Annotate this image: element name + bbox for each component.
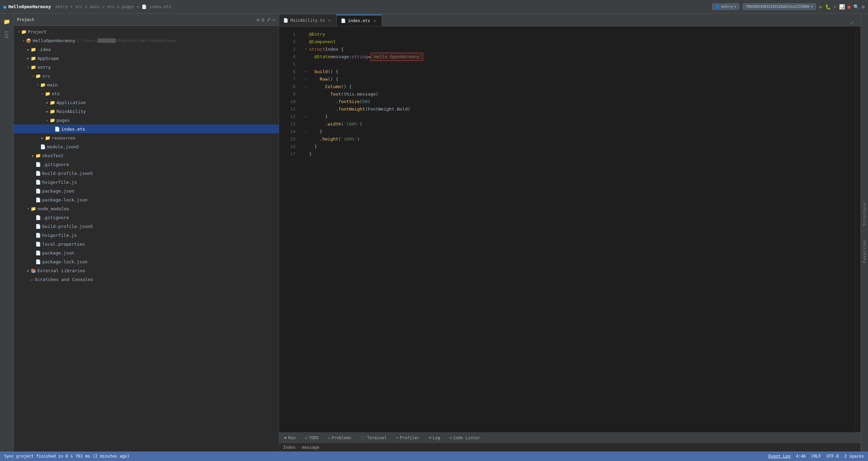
tree-item-scratches[interactable]: ✏ Scratches and Consoles <box>14 275 279 284</box>
tab-index-ets[interactable]: 📄 index.ets ✕ <box>337 15 382 26</box>
favorites-label[interactable]: Favorites <box>862 240 867 263</box>
todo-tab-icon: ☑ <box>305 435 307 440</box>
git-icon: GIT <box>4 31 9 38</box>
tree-item-pages[interactable]: ▾ 📁 pages <box>14 116 279 125</box>
tab-mainability[interactable]: 📄 MainAbility.ts ✕ <box>279 15 337 26</box>
tree-item-node-modules[interactable]: ▾ 📁 node_modules <box>14 204 279 213</box>
breadcrumb-message[interactable]: message <box>302 445 319 450</box>
tree-item-build-profile-root[interactable]: 📄 build-profile.json5 <box>14 222 279 231</box>
main-label: main <box>47 82 58 87</box>
main-layout: 📁 GIT Project ⚙ ≡ ⤢ — ▾ 📁 Project <box>0 14 868 451</box>
bottom-tab-run[interactable]: ▶ Run <box>283 435 298 441</box>
package-lock-root-icon: 📄 <box>35 259 41 264</box>
todo-tab-label: TODO <box>309 435 319 440</box>
tree-item-root[interactable]: ▾ 📦 HelloOpenHarmony C:\Users\████████\D… <box>14 36 279 45</box>
fold-12: ▾ <box>302 113 309 120</box>
idea-label: .idea <box>37 47 51 52</box>
hvigorfile-root-icon: 📄 <box>35 233 41 238</box>
ohostest-folder-icon: 📁 <box>35 153 41 158</box>
codelinter-tab-label: Code Linter <box>453 435 480 440</box>
code-line-13: .width('100%') <box>302 120 856 128</box>
tree-item-package-json-root[interactable]: 📄 package.json <box>14 248 279 257</box>
tree-item-resources[interactable]: ▶ 📁 resources <box>14 133 279 142</box>
profile-button[interactable]: 📊 <box>839 4 845 10</box>
settings-button[interactable]: ⚙ <box>862 4 865 10</box>
sidebar-item-project[interactable]: 📁 <box>1 15 13 28</box>
status-indent[interactable]: 2 spaces <box>844 454 864 459</box>
editor-area: 📄 MainAbility.ts ✕ 📄 index.ets ✕ ✓ 1 2 3… <box>279 14 861 451</box>
bottom-tab-problems[interactable]: ⚠ Problems <box>326 435 353 441</box>
tree-item-application[interactable]: ▶ 📁 Application <box>14 98 279 107</box>
package-json-root-label: package.json <box>42 250 74 256</box>
status-charset[interactable]: UTF-8 <box>826 454 839 459</box>
toolbar-icons: ▶ 🐛 ⚡ 📊 ■ 🔍 ⚙ <box>819 4 865 10</box>
tree-item-package-lock-entry[interactable]: 📄 package-lock.json <box>14 195 279 204</box>
root-path: C:\Users\████████\Downloads\HelloOpenHar… <box>77 38 176 43</box>
structure-label[interactable]: Structure <box>862 202 867 226</box>
gitignore-entry-label: .gitignore <box>42 162 69 167</box>
app-icon: ● <box>3 4 6 10</box>
tree-item-module-json5[interactable]: 📄 module.json5 <box>14 142 279 151</box>
status-crlf[interactable]: CRLF <box>811 454 821 459</box>
chevron-down-icon: ▾ <box>811 4 813 9</box>
minimize-icon[interactable]: — <box>273 17 275 22</box>
code-line-5 <box>302 61 856 68</box>
hvigorfile-entry-label: hvigorfile.js <box>42 180 77 185</box>
stop-button[interactable]: ■ <box>848 4 850 10</box>
bottom-tab-terminal[interactable]: ⬛ Terminal <box>359 435 389 441</box>
bottom-tab-todo[interactable]: ☑ TODO <box>303 435 321 441</box>
editor-scrollbar[interactable] <box>856 27 861 432</box>
package-json-root-icon: 📄 <box>35 250 41 256</box>
tree-item-entry[interactable]: ▾ 📁 entry <box>14 63 279 71</box>
bottom-tab-log[interactable]: ≡ Log <box>427 435 442 441</box>
bottom-tab-codelinter[interactable]: ◇ Code Linter <box>448 435 482 441</box>
tree-item-src[interactable]: ▾ 📁 src <box>14 71 279 80</box>
breadcrumb-sep: › <box>298 445 300 450</box>
tree-item-main[interactable]: ▾ 📁 main <box>14 80 279 89</box>
tree-item-hvigorfile-entry[interactable]: 📄 hvigorfile.js <box>14 178 279 186</box>
tree-item-gitignore-root[interactable]: 📄 .gitignore <box>14 213 279 222</box>
profiler-tab-icon: ✕ <box>396 435 399 440</box>
tree-item-local-properties[interactable]: 📄 local.properties <box>14 240 279 248</box>
tree-item-ets[interactable]: ▾ 📁 ets <box>14 89 279 98</box>
terminal-tab-label: Terminal <box>367 435 387 440</box>
tree-item-ohostest[interactable]: ▶ 📁 ohosTest <box>14 151 279 160</box>
run-tab-label: Run <box>288 435 296 440</box>
run-config-selector[interactable]: 👤 entry ▾ <box>712 3 739 10</box>
tree-item-project[interactable]: ▾ 📁 Project <box>14 27 279 36</box>
tree-item-gitignore-entry[interactable]: 📄 .gitignore <box>14 160 279 169</box>
settings-icon[interactable]: ⚙ <box>257 17 259 22</box>
device-selector[interactable]: 700100545832393328a013ce2323800 ▾ <box>743 3 816 10</box>
run-button[interactable]: ▶ <box>819 4 822 10</box>
tree-item-idea[interactable]: ▶ 📁 .idea <box>14 45 279 54</box>
tree-item-appscope[interactable]: ▶ 📁 AppScope <box>14 54 279 63</box>
tree-item-hvigorfile-root[interactable]: 📄 hvigorfile.js <box>14 231 279 240</box>
pages-folder-icon: 📁 <box>50 118 55 123</box>
bottom-tab-profiler[interactable]: ✕ Profiler <box>394 435 421 441</box>
tree-item-mainability[interactable]: ▶ 📁 MainAbility <box>14 107 279 116</box>
search-button[interactable]: 🔍 <box>853 4 859 10</box>
tree-item-package-lock-root[interactable]: 📄 package-lock.json <box>14 257 279 266</box>
code-content[interactable]: @Entry @Component ▾ struct Index { <box>300 27 856 432</box>
tree-item-build-profile-entry[interactable]: 📄 build-profile.json5 <box>14 169 279 178</box>
folder-icon: 📁 <box>3 18 10 25</box>
event-log-link[interactable]: Event Log <box>768 454 790 459</box>
tab-mainability-close[interactable]: ✕ <box>327 18 332 23</box>
entry-folder-icon: 📁 <box>31 65 36 70</box>
breadcrumb: entry > src > main > ets > pages > 📄 ind… <box>53 4 171 9</box>
root-label: HelloOpenHarmony <box>33 38 75 43</box>
code-editor[interactable]: 1 2 3 4 5 6 7 8 9 10 11 12 13 14 15 16 1 <box>279 27 861 432</box>
tab-index-close[interactable]: ✕ <box>372 18 377 23</box>
tree-item-package-json-entry[interactable]: 📄 package.json <box>14 186 279 195</box>
attach-button[interactable]: ⚡ <box>834 4 836 10</box>
package-lock-entry-label: package-lock.json <box>42 197 87 202</box>
problems-tab-label: Problems <box>332 435 351 440</box>
local-properties-icon: 📄 <box>35 242 41 247</box>
tree-item-external-libraries[interactable]: ▶ 📚 External Libraries <box>14 266 279 275</box>
breadcrumb-index[interactable]: Index <box>283 445 295 450</box>
sort-icon[interactable]: ≡ <box>261 17 264 22</box>
tree-item-index-ets[interactable]: 📄 index.ets <box>14 125 279 133</box>
debug-button[interactable]: 🐛 <box>825 4 831 10</box>
sidebar-item-git[interactable]: GIT <box>1 28 13 40</box>
expand-icon[interactable]: ⤢ <box>267 17 271 22</box>
